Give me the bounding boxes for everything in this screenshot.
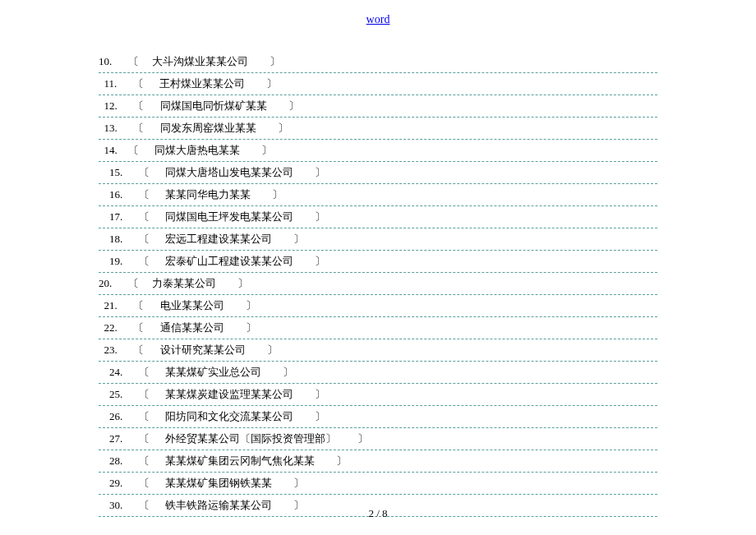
list-item: 14. 〔 同煤大唐热电某某 〕 — [99, 140, 657, 162]
row-name: 某某同华电力某某 — [165, 188, 251, 201]
row-name: 外经贸某某公司〔国际投资管理部〕 — [165, 432, 336, 445]
row-num: 25. — [109, 388, 122, 400]
row-name: 同煤国电同忻煤矿某某 — [160, 99, 267, 112]
row-num: 20. — [99, 277, 112, 289]
list-item: 11. 〔 王村煤业某某公司 〕 — [99, 73, 657, 95]
list-item: 28. 〔 某某煤矿集团云冈制气焦化某某 〕 — [99, 450, 657, 473]
row-name: 力泰某某公司 — [152, 277, 216, 289]
row-num: 28. — [109, 454, 122, 467]
row-num: 14. — [104, 144, 118, 156]
list-item: 20. 〔 力泰某某公司 〕 — [99, 273, 657, 295]
row-name: 某某煤矿集团云冈制气焦化某某 — [165, 454, 315, 467]
row-name: 设计研究某某公司 — [160, 344, 246, 356]
row-num: 13. — [104, 122, 118, 134]
list-item: 29. 〔 某某煤矿集团钢铁某某 〕 — [99, 473, 657, 495]
row-name: 阳坊同和文化交流某某公司 — [165, 410, 293, 422]
list-item: 21. 〔 电业某某公司 〕 — [99, 295, 657, 317]
list-item: 22. 〔 通信某某公司 〕 — [99, 317, 657, 339]
list-item: 24. 〔 某某煤矿实业总公司 〕 — [99, 362, 657, 384]
row-name: 同煤大唐塔山发电某某公司 — [165, 166, 293, 178]
list-item: 17. 〔 同煤国电王坪发电某某公司 〕 — [99, 206, 657, 228]
row-num: 19. — [109, 255, 122, 267]
page-header: word — [0, 0, 756, 51]
list-item: 23. 〔 设计研究某某公司 〕 — [99, 339, 657, 362]
row-num: 15. — [109, 166, 122, 178]
row-num: 23. — [104, 344, 118, 356]
row-name: 大斗沟煤业某某公司 — [152, 55, 248, 67]
row-num: 11. — [104, 77, 118, 90]
row-num: 17. — [109, 210, 122, 223]
list-item: 18. 〔 宏远工程建设某某公司 〕 — [99, 228, 657, 251]
row-num: 21. — [104, 299, 118, 311]
row-name: 通信某某公司 — [160, 321, 224, 334]
row-name: 某某煤矿实业总公司 — [165, 366, 261, 378]
word-link[interactable]: word — [366, 13, 390, 25]
row-name: 同发东周窑煤业某某 — [160, 122, 256, 134]
row-num: 29. — [109, 477, 122, 489]
row-num: 22. — [104, 321, 118, 334]
row-name: 宏泰矿山工程建设某某公司 — [165, 255, 293, 267]
row-num: 12. — [104, 99, 118, 112]
list-item: 13. 〔 同发东周窑煤业某某 〕 — [99, 118, 657, 140]
row-name: 电业某某公司 — [160, 299, 224, 311]
list-item: 16. 〔 某某同华电力某某 〕 — [99, 184, 657, 206]
row-name: 某某煤矿集团钢铁某某 — [165, 477, 272, 489]
list-item: 26. 〔 阳坊同和文化交流某某公司 〕 — [99, 406, 657, 428]
list-item: 12. 〔 同煤国电同忻煤矿某某 〕 — [99, 95, 657, 118]
list-item: 19. 〔 宏泰矿山工程建设某某公司 〕 — [99, 251, 657, 273]
row-num: 18. — [109, 233, 122, 245]
list-item: 15. 〔 同煤大唐塔山发电某某公司 〕 — [99, 162, 657, 184]
list-item: 25. 〔 某某煤炭建设监理某某公司 〕 — [99, 384, 657, 406]
row-name: 同煤国电王坪发电某某公司 — [165, 210, 293, 223]
row-num: 27. — [109, 432, 122, 445]
row-name: 王村煤业某某公司 — [159, 77, 245, 90]
row-name: 同煤大唐热电某某 — [154, 144, 240, 156]
row-num: 10. — [99, 55, 112, 67]
row-name: 某某煤炭建设监理某某公司 — [165, 388, 293, 400]
page-number: 2 / 8 — [368, 507, 387, 519]
row-num: 16. — [109, 188, 122, 201]
row-num: 24. — [109, 366, 122, 378]
list-item: 27. 〔 外经贸某某公司〔国际投资管理部〕 〕 — [99, 428, 657, 450]
list-item: 10. 〔 大斗沟煤业某某公司 〕 — [99, 51, 657, 73]
row-num: 26. — [109, 410, 122, 422]
list-content: 10. 〔 大斗沟煤业某某公司 〕 11. 〔 王村煤业某某公司 〕 12. 〔… — [0, 51, 756, 517]
page-footer: 2 / 8 — [0, 507, 756, 520]
row-name: 宏远工程建设某某公司 — [165, 233, 272, 245]
